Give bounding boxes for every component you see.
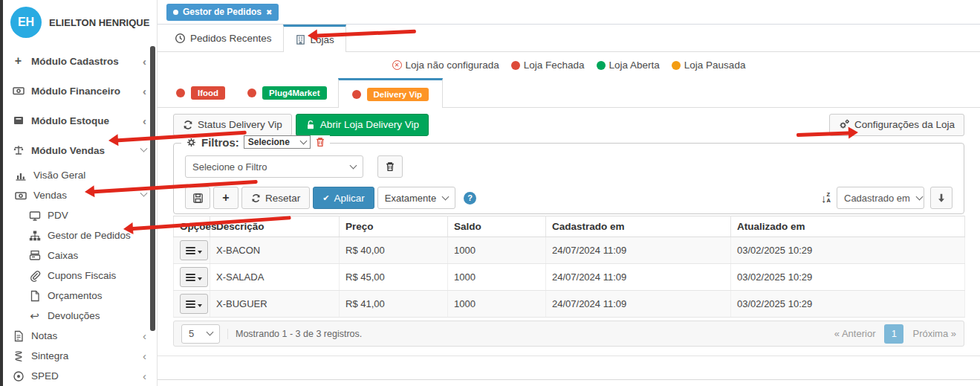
store-status-icon [247,89,256,97]
records-summary: Mostrando 1 - 3 de 3 registros. [227,329,362,339]
delete-preset-icon[interactable] [315,137,325,147]
open-store-button[interactable]: Abrir Loja Delivery Vip [296,114,429,136]
sidebar-menu: + Módulo Cadastros ‹ Módulo Financeiro ‹… [0,46,157,386]
table-header-row: Opções Descrição Preço Saldo Cadastrado … [174,216,965,237]
red-dot-icon [511,61,520,70]
next-page-link[interactable]: Próxima » [912,328,956,339]
divider [158,379,980,380]
legend-item: Loja Aberta [597,59,660,71]
products-table: Opções Descrição Preço Saldo Cadastrado … [173,216,965,318]
status-dot-icon [173,10,178,15]
avatar: EH [10,7,42,38]
store-settings-button[interactable]: Configurações da Loja [829,114,964,136]
table-row: X-SALADA R$ 45,00 1000 24/07/2024 11:09 … [174,264,965,291]
column-header: Cadastrado em [546,216,731,237]
sidebar-item-notas[interactable]: Notas ‹ [0,326,157,346]
filters-fieldset: Filtros: Selecione Selecione o Filtro [173,143,964,214]
legend-item: Loja Pausada [672,59,746,71]
store-status-icon [176,89,185,97]
status-store-button[interactable]: Status Delivery Vip [173,114,292,136]
caret-down-icon [350,161,357,169]
register-icon [28,250,41,262]
sidebar-item-modulo-cadastros[interactable]: + Módulo Cadastros ‹ [0,46,157,76]
store-tab-delivery-vip[interactable]: Delivery Vip [338,78,444,108]
sidebar-item-modulo-estoque[interactable]: Módulo Estoque ‹ [0,106,157,135]
previous-page-link[interactable]: « Anterior [834,328,876,339]
app-window: EH ELIELTON HENRIQUE D... + Módulo Cadas… [0,0,980,386]
save-filter-button[interactable] [185,187,210,209]
sidebar-item-sped[interactable]: SPED ‹ [0,366,157,386]
sort-alpha-desc-icon[interactable]: ↓ ZA [821,192,831,205]
column-header: Opções [174,216,210,237]
sidebar-item-sintegra[interactable]: Sintegra ‹ [0,346,157,366]
sitemap-icon [28,230,41,242]
caret-down-icon [198,251,202,254]
user-panel: EH ELIELTON HENRIQUE D... [0,0,157,45]
tab-lojas[interactable]: Lojas [283,25,346,52]
money-icon [14,190,27,202]
gears-icon [839,119,850,130]
menu-icon [186,300,195,308]
legend-item: ✕ Loja não configurada [392,59,499,71]
sort-field-select[interactable]: Cadastrado em [837,187,924,209]
menu-icon [186,247,195,254]
sidebar-item-modulo-financeiro[interactable]: Módulo Financeiro ‹ [0,76,157,106]
chevron-left-icon: ‹ [143,370,146,382]
column-header: Saldo [448,216,546,237]
row-options-button[interactable] [180,294,208,314]
sidebar-item-caixas[interactable]: Caixas [0,245,157,266]
file-text-icon [12,330,25,342]
chevron-left-icon: ‹ [143,350,146,361]
scale-icon [12,144,25,156]
filters-legend: Filtros: Selecione [181,135,330,149]
chevron-left-icon: ‹ [143,56,146,67]
column-header: Descrição [210,216,340,237]
sidebar-item-vendas[interactable]: Vendas [0,185,157,205]
close-icon[interactable]: ✖ [266,8,272,16]
store-actions: Status Delivery Vip Abrir Loja Delivery … [173,113,964,136]
sidebar-item-orcamentos[interactable]: Orçamentos [0,286,157,306]
row-options-button[interactable] [180,267,208,287]
open-tabs-bar: Gestor de Pedidos ✖ [158,0,980,25]
add-filter-button[interactable]: + [213,187,238,209]
sort-direction-button[interactable] [930,187,953,209]
pagination-bar: 5 Mostrando 1 - 3 de 3 registros. « Ante… [173,321,964,347]
store-tab-plug4market[interactable]: Plug4Market [236,78,337,107]
caret-down-icon [207,329,214,336]
reset-button[interactable]: Resetar [241,187,310,209]
building-icon [295,34,306,45]
store-tab-ifood[interactable]: Ifood [165,78,236,107]
window-tab-gestor-de-pedidos[interactable]: Gestor de Pedidos ✖ [166,4,279,21]
sidebar-item-gestor-de-pedidos[interactable]: Gestor de Pedidos [0,225,157,245]
table-row: X-BACON R$ 40,00 1000 24/07/2024 11:09 0… [174,237,965,264]
clear-filter-button[interactable] [377,155,403,178]
user-name: ELIELTON HENRIQUE D... [49,17,151,28]
caret-down-icon [198,277,202,280]
filter-select[interactable]: Selecione o Filtro [185,155,363,178]
tab-pedidos-recentes[interactable]: Pedidos Recentes [163,25,283,51]
caret-down-icon [198,304,202,307]
sidebar-scrollbar[interactable] [150,46,155,331]
green-dot-icon [597,61,606,70]
sidebar-item-devolucoes[interactable]: ↩ Devoluções [0,306,157,326]
page-size-select[interactable]: 5 [181,324,220,344]
sidebar-item-visao-geral[interactable]: Visão Geral [0,165,157,185]
row-options-button[interactable] [180,240,208,260]
paperclip-icon [28,270,41,282]
filters-title: Filtros: [201,136,239,149]
filter-preset-select[interactable]: Selecione [244,135,311,149]
sidebar-item-modulo-vendas[interactable]: Módulo Vendas [0,135,157,165]
sidebar-item-cupons-fiscais[interactable]: Cupons Fiscais [0,266,157,286]
help-icon[interactable]: ? [464,192,476,205]
money-icon [12,85,25,97]
main-content: Gestor de Pedidos ✖ Pedidos Recentes Loj… [157,0,980,386]
archive-icon [12,115,25,126]
file-icon [28,290,41,302]
divider [158,356,980,356]
caret-down-icon [915,193,923,200]
reply-icon: ↩ [28,310,41,321]
apply-button[interactable]: ✔ Aplicar [313,187,374,209]
match-mode-select[interactable]: Exatamente [377,187,455,209]
current-page-button[interactable]: 1 [884,324,903,344]
sidebar-item-pdv[interactable]: PDV [0,205,157,225]
